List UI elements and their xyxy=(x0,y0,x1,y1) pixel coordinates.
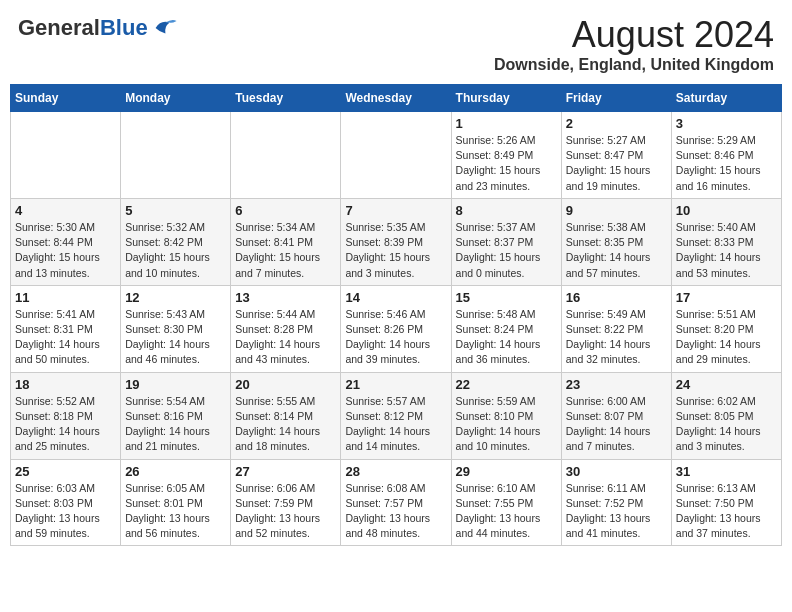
header-cell-sunday: Sunday xyxy=(11,85,121,112)
calendar-cell: 16Sunrise: 5:49 AM Sunset: 8:22 PM Dayli… xyxy=(561,285,671,372)
calendar-cell: 10Sunrise: 5:40 AM Sunset: 8:33 PM Dayli… xyxy=(671,198,781,285)
day-number: 16 xyxy=(566,290,667,305)
day-number: 19 xyxy=(125,377,226,392)
day-info: Sunrise: 5:46 AM Sunset: 8:26 PM Dayligh… xyxy=(345,307,446,368)
day-info: Sunrise: 5:49 AM Sunset: 8:22 PM Dayligh… xyxy=(566,307,667,368)
calendar-cell: 26Sunrise: 6:05 AM Sunset: 8:01 PM Dayli… xyxy=(121,459,231,546)
day-info: Sunrise: 6:13 AM Sunset: 7:50 PM Dayligh… xyxy=(676,481,777,542)
day-number: 15 xyxy=(456,290,557,305)
day-number: 7 xyxy=(345,203,446,218)
calendar-week-row: 25Sunrise: 6:03 AM Sunset: 8:03 PM Dayli… xyxy=(11,459,782,546)
day-number: 13 xyxy=(235,290,336,305)
month-title: August 2024 xyxy=(494,14,774,56)
day-number: 28 xyxy=(345,464,446,479)
calendar-cell: 3Sunrise: 5:29 AM Sunset: 8:46 PM Daylig… xyxy=(671,112,781,199)
calendar-cell: 2Sunrise: 5:27 AM Sunset: 8:47 PM Daylig… xyxy=(561,112,671,199)
day-number: 18 xyxy=(15,377,116,392)
day-info: Sunrise: 5:41 AM Sunset: 8:31 PM Dayligh… xyxy=(15,307,116,368)
day-number: 20 xyxy=(235,377,336,392)
calendar-week-row: 4Sunrise: 5:30 AM Sunset: 8:44 PM Daylig… xyxy=(11,198,782,285)
day-info: Sunrise: 5:35 AM Sunset: 8:39 PM Dayligh… xyxy=(345,220,446,281)
day-number: 21 xyxy=(345,377,446,392)
day-info: Sunrise: 5:29 AM Sunset: 8:46 PM Dayligh… xyxy=(676,133,777,194)
calendar-cell: 7Sunrise: 5:35 AM Sunset: 8:39 PM Daylig… xyxy=(341,198,451,285)
calendar-week-row: 11Sunrise: 5:41 AM Sunset: 8:31 PM Dayli… xyxy=(11,285,782,372)
day-info: Sunrise: 6:11 AM Sunset: 7:52 PM Dayligh… xyxy=(566,481,667,542)
day-number: 1 xyxy=(456,116,557,131)
calendar-table: SundayMondayTuesdayWednesdayThursdayFrid… xyxy=(10,84,782,546)
calendar-week-row: 18Sunrise: 5:52 AM Sunset: 8:18 PM Dayli… xyxy=(11,372,782,459)
day-number: 8 xyxy=(456,203,557,218)
day-info: Sunrise: 5:26 AM Sunset: 8:49 PM Dayligh… xyxy=(456,133,557,194)
calendar-cell: 22Sunrise: 5:59 AM Sunset: 8:10 PM Dayli… xyxy=(451,372,561,459)
day-info: Sunrise: 6:03 AM Sunset: 8:03 PM Dayligh… xyxy=(15,481,116,542)
day-info: Sunrise: 6:10 AM Sunset: 7:55 PM Dayligh… xyxy=(456,481,557,542)
day-info: Sunrise: 5:57 AM Sunset: 8:12 PM Dayligh… xyxy=(345,394,446,455)
day-number: 31 xyxy=(676,464,777,479)
day-number: 26 xyxy=(125,464,226,479)
day-info: Sunrise: 5:34 AM Sunset: 8:41 PM Dayligh… xyxy=(235,220,336,281)
calendar-cell: 27Sunrise: 6:06 AM Sunset: 7:59 PM Dayli… xyxy=(231,459,341,546)
day-info: Sunrise: 5:27 AM Sunset: 8:47 PM Dayligh… xyxy=(566,133,667,194)
calendar-cell: 29Sunrise: 6:10 AM Sunset: 7:55 PM Dayli… xyxy=(451,459,561,546)
day-number: 4 xyxy=(15,203,116,218)
calendar-cell: 19Sunrise: 5:54 AM Sunset: 8:16 PM Dayli… xyxy=(121,372,231,459)
calendar-cell: 18Sunrise: 5:52 AM Sunset: 8:18 PM Dayli… xyxy=(11,372,121,459)
calendar-cell: 21Sunrise: 5:57 AM Sunset: 8:12 PM Dayli… xyxy=(341,372,451,459)
day-info: Sunrise: 5:55 AM Sunset: 8:14 PM Dayligh… xyxy=(235,394,336,455)
day-info: Sunrise: 5:52 AM Sunset: 8:18 PM Dayligh… xyxy=(15,394,116,455)
header-cell-saturday: Saturday xyxy=(671,85,781,112)
logo-general: General xyxy=(18,15,100,40)
day-number: 12 xyxy=(125,290,226,305)
header-cell-thursday: Thursday xyxy=(451,85,561,112)
day-number: 23 xyxy=(566,377,667,392)
day-number: 30 xyxy=(566,464,667,479)
day-info: Sunrise: 5:51 AM Sunset: 8:20 PM Dayligh… xyxy=(676,307,777,368)
day-number: 14 xyxy=(345,290,446,305)
day-number: 27 xyxy=(235,464,336,479)
calendar-cell: 8Sunrise: 5:37 AM Sunset: 8:37 PM Daylig… xyxy=(451,198,561,285)
logo-bird-icon xyxy=(150,14,178,42)
calendar-cell: 13Sunrise: 5:44 AM Sunset: 8:28 PM Dayli… xyxy=(231,285,341,372)
day-number: 6 xyxy=(235,203,336,218)
calendar-cell: 9Sunrise: 5:38 AM Sunset: 8:35 PM Daylig… xyxy=(561,198,671,285)
header-cell-tuesday: Tuesday xyxy=(231,85,341,112)
day-info: Sunrise: 5:38 AM Sunset: 8:35 PM Dayligh… xyxy=(566,220,667,281)
day-info: Sunrise: 6:00 AM Sunset: 8:07 PM Dayligh… xyxy=(566,394,667,455)
calendar-cell: 23Sunrise: 6:00 AM Sunset: 8:07 PM Dayli… xyxy=(561,372,671,459)
day-info: Sunrise: 6:05 AM Sunset: 8:01 PM Dayligh… xyxy=(125,481,226,542)
day-number: 9 xyxy=(566,203,667,218)
day-number: 5 xyxy=(125,203,226,218)
day-number: 29 xyxy=(456,464,557,479)
day-number: 11 xyxy=(15,290,116,305)
calendar-header: SundayMondayTuesdayWednesdayThursdayFrid… xyxy=(11,85,782,112)
title-section: August 2024 Downside, England, United Ki… xyxy=(494,14,774,74)
calendar-cell: 30Sunrise: 6:11 AM Sunset: 7:52 PM Dayli… xyxy=(561,459,671,546)
day-info: Sunrise: 6:06 AM Sunset: 7:59 PM Dayligh… xyxy=(235,481,336,542)
day-info: Sunrise: 6:02 AM Sunset: 8:05 PM Dayligh… xyxy=(676,394,777,455)
calendar-cell: 31Sunrise: 6:13 AM Sunset: 7:50 PM Dayli… xyxy=(671,459,781,546)
day-info: Sunrise: 5:40 AM Sunset: 8:33 PM Dayligh… xyxy=(676,220,777,281)
calendar-cell: 25Sunrise: 6:03 AM Sunset: 8:03 PM Dayli… xyxy=(11,459,121,546)
day-info: Sunrise: 5:48 AM Sunset: 8:24 PM Dayligh… xyxy=(456,307,557,368)
calendar-body: 1Sunrise: 5:26 AM Sunset: 8:49 PM Daylig… xyxy=(11,112,782,546)
header-cell-monday: Monday xyxy=(121,85,231,112)
calendar-cell: 5Sunrise: 5:32 AM Sunset: 8:42 PM Daylig… xyxy=(121,198,231,285)
calendar-cell xyxy=(231,112,341,199)
calendar-cell: 17Sunrise: 5:51 AM Sunset: 8:20 PM Dayli… xyxy=(671,285,781,372)
day-info: Sunrise: 5:37 AM Sunset: 8:37 PM Dayligh… xyxy=(456,220,557,281)
calendar-cell: 24Sunrise: 6:02 AM Sunset: 8:05 PM Dayli… xyxy=(671,372,781,459)
calendar-cell: 14Sunrise: 5:46 AM Sunset: 8:26 PM Dayli… xyxy=(341,285,451,372)
calendar-cell: 15Sunrise: 5:48 AM Sunset: 8:24 PM Dayli… xyxy=(451,285,561,372)
calendar-cell: 4Sunrise: 5:30 AM Sunset: 8:44 PM Daylig… xyxy=(11,198,121,285)
day-number: 22 xyxy=(456,377,557,392)
calendar-cell: 12Sunrise: 5:43 AM Sunset: 8:30 PM Dayli… xyxy=(121,285,231,372)
day-number: 3 xyxy=(676,116,777,131)
day-info: Sunrise: 5:59 AM Sunset: 8:10 PM Dayligh… xyxy=(456,394,557,455)
day-number: 25 xyxy=(15,464,116,479)
header-cell-friday: Friday xyxy=(561,85,671,112)
calendar-cell: 6Sunrise: 5:34 AM Sunset: 8:41 PM Daylig… xyxy=(231,198,341,285)
header-row: SundayMondayTuesdayWednesdayThursdayFrid… xyxy=(11,85,782,112)
day-info: Sunrise: 5:54 AM Sunset: 8:16 PM Dayligh… xyxy=(125,394,226,455)
calendar-cell: 28Sunrise: 6:08 AM Sunset: 7:57 PM Dayli… xyxy=(341,459,451,546)
